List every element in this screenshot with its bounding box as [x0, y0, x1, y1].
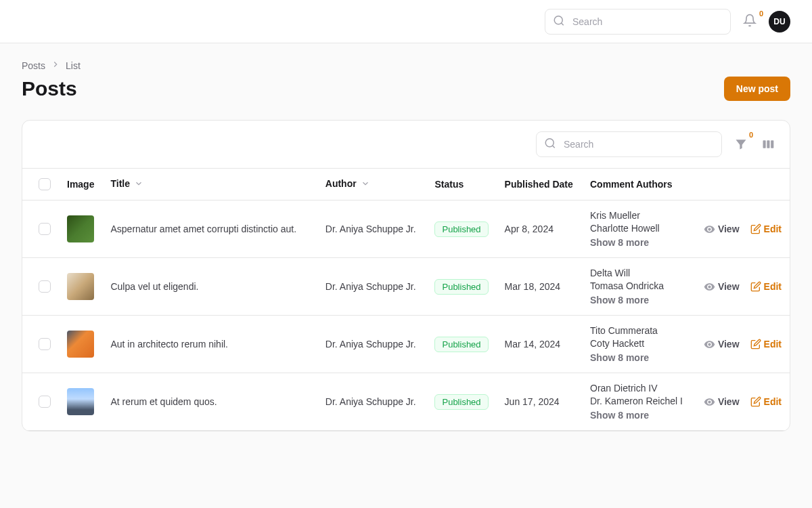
row-actions: View Edit [704, 396, 782, 408]
edit-icon [750, 224, 761, 234]
edit-icon [750, 396, 761, 407]
comment-authors: Tito Cummerata Coty Hackett Show 8 more [590, 325, 687, 363]
row-checkbox[interactable] [39, 280, 51, 293]
columns-icon [761, 137, 775, 151]
post-title[interactable]: Culpa vel ut eligendi. [102, 258, 317, 316]
breadcrumb-posts[interactable]: Posts [22, 60, 45, 71]
eye-icon [704, 224, 715, 235]
column-image: Image [59, 169, 102, 200]
row-checkbox[interactable] [39, 223, 51, 235]
card-toolbar: 0 [22, 121, 790, 168]
published-date: Jun 17, 2024 [497, 373, 582, 431]
comment-author: Tomasa Ondricka [590, 280, 687, 291]
user-avatar[interactable]: DU [769, 11, 790, 33]
top-header: 0 DU [0, 0, 812, 43]
post-author: Dr. Aniya Schuppe Jr. [317, 373, 427, 431]
table-row: Aspernatur amet amet corrupti distinctio… [22, 200, 790, 258]
view-button[interactable]: View [704, 339, 740, 350]
edit-button[interactable]: Edit [750, 224, 782, 234]
edit-button[interactable]: Edit [750, 396, 782, 407]
notifications-button[interactable]: 0 [742, 14, 758, 30]
column-comment-authors: Comment Authors [582, 169, 696, 200]
post-thumbnail [67, 331, 94, 358]
status-badge: Published [434, 221, 488, 237]
view-button[interactable]: View [704, 224, 740, 235]
edit-button[interactable]: Edit [750, 281, 782, 292]
view-label: View [718, 224, 740, 234]
table-search-wrapper [536, 131, 722, 157]
global-search-input[interactable] [545, 9, 731, 35]
view-label: View [718, 281, 740, 292]
page-header: Posts New post [22, 77, 790, 101]
column-author[interactable]: Author [317, 169, 427, 200]
filter-icon [734, 137, 748, 151]
global-search-wrapper [545, 9, 731, 35]
post-title[interactable]: At rerum et quidem quos. [102, 373, 317, 431]
breadcrumb-list[interactable]: List [66, 60, 81, 71]
eye-icon [704, 281, 715, 293]
breadcrumb: Posts List [22, 60, 790, 71]
select-all-checkbox[interactable] [39, 178, 51, 190]
page-title: Posts [22, 77, 77, 100]
svg-point-0 [554, 16, 562, 24]
new-post-button[interactable]: New post [724, 77, 790, 101]
show-more-button[interactable]: Show 8 more [590, 410, 687, 421]
comment-author: Coty Hackett [590, 338, 687, 349]
filter-badge: 0 [749, 131, 753, 139]
column-published-date: Published Date [497, 169, 582, 200]
show-more-button[interactable]: Show 8 more [590, 237, 687, 248]
comment-author: Oran Dietrich IV [590, 383, 687, 394]
edit-button[interactable]: Edit [750, 339, 782, 350]
row-checkbox[interactable] [39, 396, 51, 408]
edit-icon [750, 281, 761, 292]
comment-authors: Delta Will Tomasa Ondricka Show 8 more [590, 268, 687, 305]
comment-authors: Kris Mueller Charlotte Howell Show 8 mor… [590, 210, 687, 248]
columns-button[interactable] [760, 136, 776, 152]
edit-label: Edit [764, 224, 782, 234]
show-more-button[interactable]: Show 8 more [590, 295, 687, 305]
svg-rect-4 [763, 140, 766, 148]
svg-rect-6 [771, 140, 773, 148]
view-label: View [718, 339, 740, 350]
comment-authors: Oran Dietrich IV Dr. Kameron Reichel I S… [590, 383, 687, 421]
row-actions: View Edit [704, 339, 782, 350]
posts-card: 0 Image Title Author [22, 120, 790, 431]
comment-author: Tito Cummerata [590, 325, 687, 336]
published-date: Mar 14, 2024 [497, 316, 582, 373]
svg-line-3 [552, 146, 554, 148]
show-more-button[interactable]: Show 8 more [590, 352, 687, 363]
eye-icon [704, 339, 715, 350]
table-row: Aut in architecto rerum nihil. Dr. Aniya… [22, 316, 790, 373]
svg-point-2 [545, 139, 554, 147]
post-title[interactable]: Aut in architecto rerum nihil. [102, 316, 317, 373]
filter-button[interactable]: 0 [733, 136, 749, 152]
svg-rect-5 [767, 140, 769, 148]
chevron-right-icon [51, 60, 60, 71]
column-title-label: Title [110, 178, 130, 189]
chevron-down-icon [361, 179, 370, 190]
comment-author: Kris Mueller [590, 210, 687, 221]
view-button[interactable]: View [704, 396, 740, 408]
main-container: Posts List Posts New post 0 [0, 43, 812, 448]
table-row: At rerum et quidem quos. Dr. Aniya Schup… [22, 373, 790, 431]
table-search-input[interactable] [536, 131, 722, 157]
post-author: Dr. Aniya Schuppe Jr. [317, 316, 427, 373]
search-icon [544, 137, 556, 152]
column-title[interactable]: Title [102, 169, 317, 200]
status-badge: Published [434, 394, 488, 410]
comment-author: Delta Will [590, 268, 687, 278]
chevron-down-icon [134, 179, 143, 190]
row-checkbox[interactable] [39, 338, 51, 350]
table-row: Culpa vel ut eligendi. Dr. Aniya Schuppe… [22, 258, 790, 316]
comment-author: Charlotte Howell [590, 223, 687, 234]
search-icon [553, 14, 565, 28]
published-date: Apr 8, 2024 [497, 200, 582, 258]
bell-icon [743, 14, 757, 29]
post-author: Dr. Aniya Schuppe Jr. [317, 200, 427, 258]
post-title[interactable]: Aspernatur amet amet corrupti distinctio… [102, 200, 317, 258]
row-actions: View Edit [704, 281, 782, 293]
edit-label: Edit [764, 339, 782, 350]
view-button[interactable]: View [704, 281, 740, 293]
notification-badge: 0 [759, 9, 763, 18]
edit-label: Edit [764, 281, 782, 292]
